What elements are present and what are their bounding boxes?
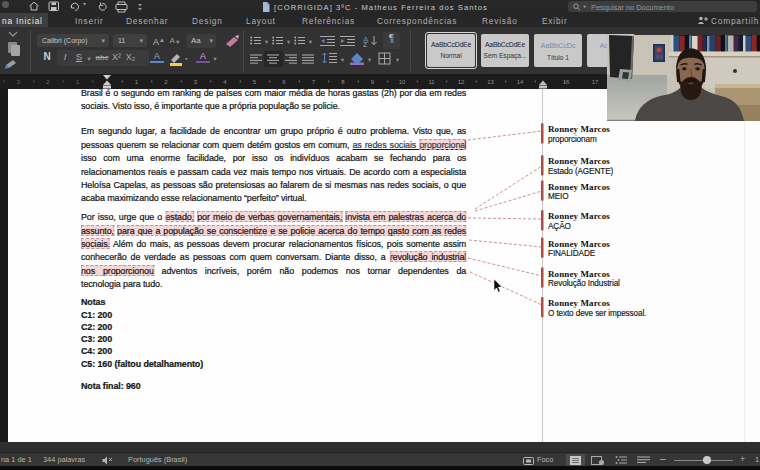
svg-text:11: 11	[428, 79, 435, 85]
svg-text:10: 10	[399, 79, 406, 85]
svg-text:12: 12	[458, 79, 465, 85]
svg-text:13: 13	[487, 79, 494, 85]
svg-text:17: 17	[592, 79, 599, 85]
svg-text:14: 14	[517, 79, 524, 85]
svg-text:Z: Z	[363, 41, 368, 47]
svg-text:16: 16	[563, 79, 570, 85]
